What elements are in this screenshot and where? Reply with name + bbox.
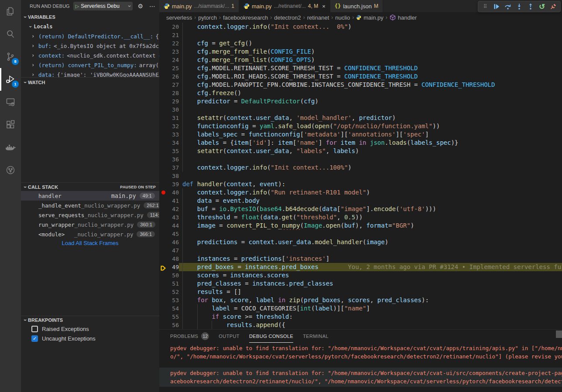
call-stack-section-header[interactable]: › CALL STACK PAUSED ON STEP [21, 182, 159, 191]
close-icon[interactable]: × [322, 3, 326, 10]
extensions-icon[interactable] [0, 113, 21, 136]
breadcrumb-serverless[interactable]: serverless [166, 14, 192, 21]
breadcrumb-facebookresearch[interactable]: facebookresearch [223, 14, 268, 21]
tab-output[interactable]: OUTPUT [219, 330, 240, 343]
code-content[interactable]: setattr(context.user_data, "labels", lab… [179, 147, 562, 155]
code-content[interactable]: threshold = float(data.get("threshold", … [179, 213, 562, 222]
code-editor[interactable]: 20context.logger.info("Init context... 0… [159, 23, 562, 329]
variable-row[interactable]: ›(return) convert_PIL_to_numpy:array([[[… [21, 60, 159, 70]
breakpoint-gutter[interactable] [159, 296, 167, 304]
breakpoint-gutter[interactable] [159, 246, 167, 255]
breakpoint-gutter[interactable] [159, 205, 167, 213]
variable-row[interactable]: ›data:{'image': 'iVBORw0KGgoAAAANSUhE… [21, 70, 159, 77]
variable-row[interactable]: ›buf:<_io.BytesIO object at 0x7f5a2dc1ec… [21, 41, 159, 51]
tab-main-py-siammask[interactable]: main.py .../siammask/... 1 [159, 0, 239, 12]
code-content[interactable] [179, 172, 562, 180]
code-content[interactable]: context.logger.info("Init context...100%… [179, 164, 562, 172]
code-content[interactable]: cfg.MODEL.PANOPTIC_FPN.COMBINE.INSTANCES… [179, 81, 562, 89]
call-stack-frame[interactable]: serve_requests_nuclio_wrapper.py114:1 [21, 210, 159, 220]
call-stack-frame[interactable]: handlermain.py49:1 [21, 191, 159, 201]
restart-button[interactable]: ↺ [537, 2, 547, 11]
breadcrumb-detectron2[interactable]: detectron2 [274, 14, 301, 21]
breakpoint-gutter[interactable] [159, 72, 167, 81]
breakpoint-gutter[interactable] [159, 230, 167, 238]
breakpoint-gutter[interactable] [159, 263, 167, 271]
code-content[interactable]: scores = instances.scores [179, 271, 562, 280]
code-content[interactable]: setattr(context.user_data, 'model_handle… [179, 114, 562, 122]
code-content[interactable]: pred_boxes = instances.pred_boxesYou, 2 … [179, 263, 562, 271]
code-content[interactable] [179, 230, 562, 238]
breakpoint-gutter[interactable] [159, 56, 167, 64]
breakpoint-gutter[interactable] [159, 238, 167, 246]
breakpoints-section-header[interactable]: › BREAKPOINTS [21, 316, 159, 324]
code-content[interactable]: instances = predictions['instances'] [179, 255, 562, 263]
breakpoint-gutter[interactable] [159, 139, 167, 147]
code-content[interactable] [179, 155, 562, 164]
breakpoint-gutter[interactable] [159, 23, 167, 31]
breakpoint-gutter[interactable] [159, 213, 167, 222]
tab-launch-json[interactable]: {} launch.json M [330, 0, 383, 12]
breadcrumb-nuclio[interactable]: nuclio [335, 14, 350, 21]
locals-scope-row[interactable]: › Locals [21, 22, 159, 31]
code-content[interactable]: predictions = context.user_data.model_ha… [179, 238, 562, 246]
code-content[interactable] [179, 31, 562, 39]
launch-config-dropdown[interactable]: ▷ Serverless Debu › [73, 2, 133, 10]
breakpoint-row[interactable]: ✓Uncaught Exceptions [21, 334, 159, 344]
checkbox-unchecked-icon[interactable] [31, 326, 38, 332]
explorer-icon[interactable] [0, 0, 21, 23]
breakpoint-gutter[interactable] [159, 89, 167, 97]
step-into-button[interactable] [514, 2, 524, 11]
code-content[interactable]: predictor = DefaultPredictor(cfg) [179, 97, 562, 106]
code-content[interactable]: cfg = get_cfg() [179, 39, 562, 48]
breakpoint-row[interactable]: Raised Exceptions [21, 324, 159, 334]
call-stack-frame[interactable]: <module>_nuclio_wrapper.py366:1 [21, 229, 159, 239]
watch-section-header[interactable]: › WATCH [21, 77, 159, 87]
code-content[interactable]: buf = io.BytesIO(base64.b64decode(data["… [179, 205, 562, 213]
step-over-button[interactable] [503, 2, 513, 11]
breadcrumb-main-py[interactable]: main.py [363, 14, 384, 21]
run-and-debug-icon[interactable]: 1 [0, 68, 21, 91]
breakpoint-gutter[interactable] [159, 172, 167, 180]
breakpoint-gutter[interactable] [159, 48, 167, 56]
breakpoint-gutter[interactable] [159, 130, 167, 139]
breakpoint-gutter[interactable] [159, 197, 167, 205]
breakpoint-gutter[interactable] [159, 164, 167, 172]
gear-icon[interactable]: ⚙ [136, 3, 144, 10]
tab-main-py-retinanet[interactable]: main.py .../retinanet/... 4, M × [239, 0, 330, 12]
breakpoint-gutter[interactable] [159, 122, 167, 130]
code-content[interactable]: context.logger.info("Run retinanet-R101 … [179, 188, 562, 197]
code-content[interactable]: cfg.freeze() [179, 89, 562, 97]
breakpoint-gutter[interactable] [159, 64, 167, 72]
code-content[interactable]: data = event.body [179, 197, 562, 205]
breakpoint-gutter[interactable] [159, 271, 167, 280]
breakpoint-gutter[interactable] [159, 188, 167, 197]
breakpoint-gutter[interactable] [159, 321, 167, 329]
breadcrumb-pytorch[interactable]: pytorch [198, 14, 217, 21]
code-content[interactable]: if score >= threshold: [179, 313, 562, 321]
breakpoint-gutter[interactable] [159, 304, 167, 313]
load-all-stack-frames-link[interactable]: Load All Stack Frames [21, 239, 159, 248]
continue-button[interactable] [491, 2, 502, 11]
code-content[interactable]: cfg.merge_from_file(CONFIG_FILE) [179, 48, 562, 56]
breadcrumb-retinanet[interactable]: retinanet [307, 14, 329, 21]
code-content[interactable]: cfg.MODEL.ROI_HEADS.SCORE_THRESH_TEST = … [179, 72, 562, 81]
breakpoint-gutter[interactable] [159, 39, 167, 48]
code-content[interactable]: results.append({ [179, 321, 562, 329]
breakpoint-gutter[interactable] [159, 180, 167, 188]
breadcrumb-handler[interactable]: handler [398, 14, 417, 21]
breakpoint-gutter[interactable] [159, 81, 167, 89]
breakpoint-gutter[interactable] [159, 147, 167, 155]
disconnect-button[interactable] [548, 2, 559, 11]
tab-problems[interactable]: PROBLEMS 12 [170, 330, 209, 343]
breakpoint-gutter[interactable] [159, 31, 167, 39]
toolbar-drag-grip[interactable]: ⠿ [480, 2, 490, 11]
code-content[interactable] [179, 106, 562, 114]
remote-explorer-icon[interactable] [0, 91, 21, 113]
call-stack-frame[interactable]: _handle_event_nuclio_wrapper.py262:1 [21, 201, 159, 210]
call-stack-frame[interactable]: run_wrapper_nuclio_wrapper.py360:1 [21, 220, 159, 229]
code-content[interactable]: functionconfig = yaml.safe_load(open("/o… [179, 122, 562, 130]
tab-debug-console[interactable]: DEBUG CONSOLE [249, 330, 293, 343]
git-graph-icon[interactable] [0, 159, 21, 181]
breakpoint-gutter[interactable] [159, 155, 167, 164]
code-content[interactable]: label = COCO_CATEGORIES[int(label)]["nam… [179, 304, 562, 313]
